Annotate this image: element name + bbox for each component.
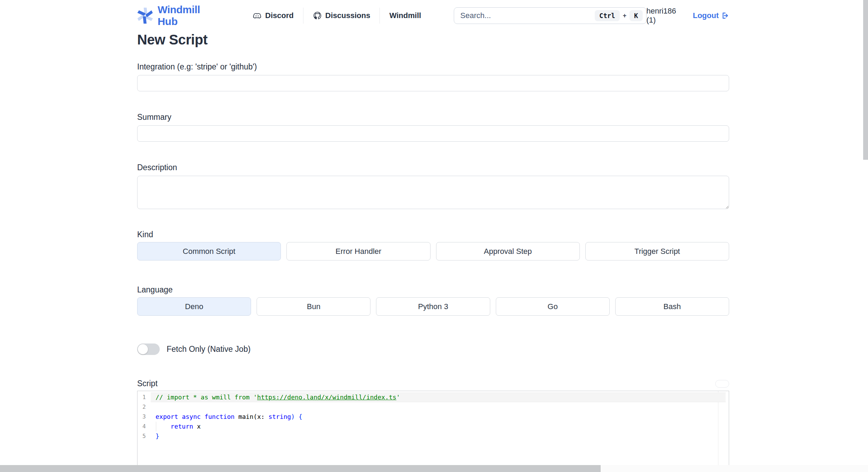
language-field-group: Language Deno Bun Python 3 Go Bash: [137, 285, 729, 316]
code-text: [151, 402, 156, 412]
code-line[interactable]: 4 return x: [137, 422, 729, 431]
summary-input[interactable]: [137, 125, 729, 142]
summary-field-group: Summary: [137, 112, 729, 142]
windmill-logo-icon: [137, 8, 153, 24]
logout-button[interactable]: Logout: [693, 11, 729, 20]
nav-divider: [379, 8, 380, 24]
page-container: Windmill Hub Discord: [137, 0, 729, 472]
line-number: 4: [137, 422, 151, 431]
script-header-row: Script: [137, 379, 729, 388]
nav-discord-link[interactable]: Discord: [252, 11, 294, 20]
kbd-ctrl: Ctrl: [595, 10, 620, 21]
code-text: export async function main(x: string) {: [151, 412, 302, 422]
code-text: }: [151, 431, 159, 441]
language-option-go[interactable]: Go: [496, 297, 610, 316]
description-label: Description: [137, 163, 729, 172]
kind-option-approval-step[interactable]: Approval Step: [436, 242, 580, 260]
fetch-only-toggle[interactable]: [137, 343, 160, 355]
language-options: Deno Bun Python 3 Go Bash: [137, 297, 729, 316]
horizontal-scrollbar-track[interactable]: [0, 465, 868, 472]
line-number: 1: [137, 392, 151, 402]
line-number: 5: [137, 431, 151, 441]
nav-discussions-link[interactable]: Discussions: [313, 11, 370, 20]
brand-logo[interactable]: Windmill Hub: [137, 4, 220, 27]
language-option-bash[interactable]: Bash: [615, 297, 729, 316]
language-label: Language: [137, 285, 729, 295]
integration-field-group: Integration (e.g: 'stripe' or 'github'): [137, 62, 729, 91]
code-lines: 1// import * as wmill from 'https://deno…: [137, 391, 729, 441]
nav-windmill-link[interactable]: Windmill: [389, 11, 421, 20]
language-option-deno[interactable]: Deno: [137, 297, 251, 316]
kind-option-trigger-script[interactable]: Trigger Script: [585, 242, 729, 260]
nav-divider: [303, 8, 303, 24]
language-option-python3[interactable]: Python 3: [376, 297, 490, 316]
kind-field-group: Kind Common Script Error Handler Approva…: [137, 230, 729, 260]
kbd-separator: +: [623, 12, 627, 19]
code-line[interactable]: 2: [137, 402, 729, 412]
kbd-k: K: [629, 10, 642, 21]
header-nav: Discord Discussions Windmill: [252, 8, 421, 24]
nav-discussions-label: Discussions: [325, 11, 370, 20]
integration-input[interactable]: [137, 75, 729, 91]
horizontal-scrollbar-thumb[interactable]: [0, 465, 601, 472]
editor-toggle-pill[interactable]: [715, 380, 729, 388]
description-textarea[interactable]: [137, 176, 729, 209]
code-line[interactable]: 3export async function main(x: string) {: [137, 412, 729, 422]
header-right: henri186 (1) Logout: [646, 7, 729, 25]
username-label: henri186 (1): [646, 7, 685, 25]
code-text: return x: [151, 422, 201, 431]
script-label: Script: [137, 379, 158, 388]
code-text: // import * as wmill from 'https://deno.…: [151, 392, 400, 402]
search-input[interactable]: [460, 11, 595, 20]
nav-windmill-label: Windmill: [389, 11, 421, 20]
kind-options: Common Script Error Handler Approval Ste…: [137, 242, 729, 260]
page-title: New Script: [137, 31, 729, 48]
github-icon: [313, 11, 322, 20]
description-field-group: Description: [137, 163, 729, 210]
nav-discord-label: Discord: [265, 11, 294, 20]
search-box: Ctrl + K: [454, 7, 646, 24]
discord-icon: [252, 11, 262, 20]
summary-label: Summary: [137, 112, 729, 122]
brand-name: Windmill Hub: [158, 4, 220, 27]
line-number: 2: [137, 402, 151, 412]
language-option-bun[interactable]: Bun: [257, 297, 370, 316]
code-editor[interactable]: 1// import * as wmill from 'https://deno…: [137, 391, 729, 472]
fetch-only-label: Fetch Only (Native Job): [167, 345, 251, 354]
line-number: 3: [137, 412, 151, 422]
script-section: Script 1// import * as wmill from 'https…: [137, 379, 729, 472]
kind-option-error-handler[interactable]: Error Handler: [286, 242, 430, 260]
code-line[interactable]: 5}: [137, 431, 729, 441]
integration-label: Integration (e.g: 'stripe' or 'github'): [137, 62, 729, 72]
toggle-knob: [138, 344, 148, 354]
vertical-scrollbar[interactable]: [863, 0, 868, 160]
header: Windmill Hub Discord: [137, 0, 729, 31]
logout-label: Logout: [693, 11, 719, 20]
fetch-only-row: Fetch Only (Native Job): [137, 343, 729, 355]
kind-option-common-script[interactable]: Common Script: [137, 242, 281, 260]
logout-icon: [721, 11, 729, 20]
code-line[interactable]: 1// import * as wmill from 'https://deno…: [137, 392, 729, 402]
kind-label: Kind: [137, 230, 729, 239]
